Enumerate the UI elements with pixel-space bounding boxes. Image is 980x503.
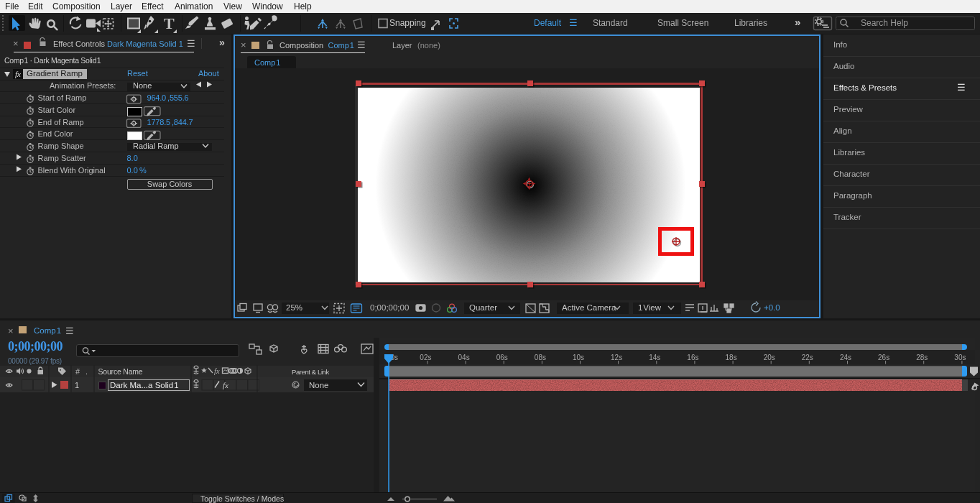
svg-text:T: T <box>164 14 175 32</box>
svg-text:fx: fx <box>214 367 220 375</box>
svg-text:fx: fx <box>223 381 228 389</box>
